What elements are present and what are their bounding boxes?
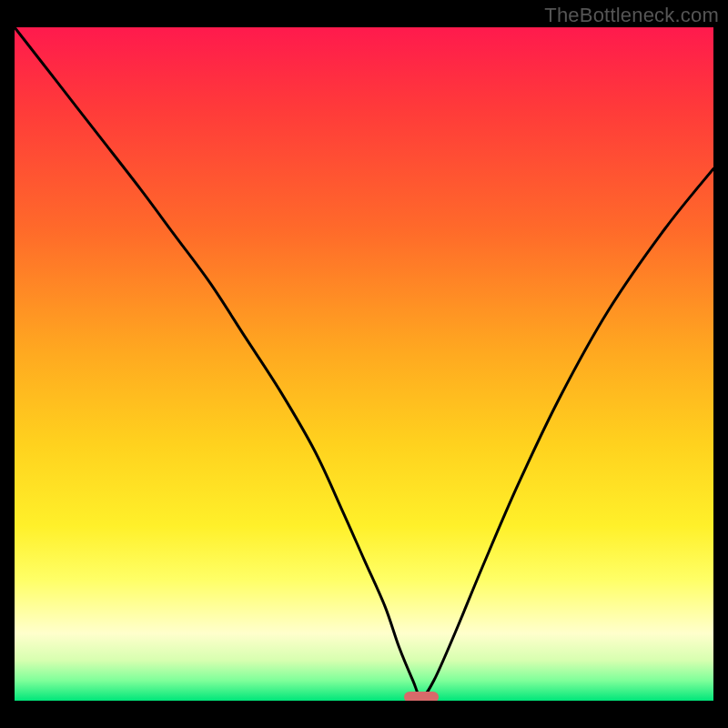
watermark-label: TheBottleneck.com: [544, 4, 719, 27]
plot-area: [15, 27, 713, 701]
optimal-marker: [404, 692, 439, 701]
chart-frame: TheBottleneck.com: [0, 0, 728, 728]
bottleneck-curve: [15, 27, 713, 701]
